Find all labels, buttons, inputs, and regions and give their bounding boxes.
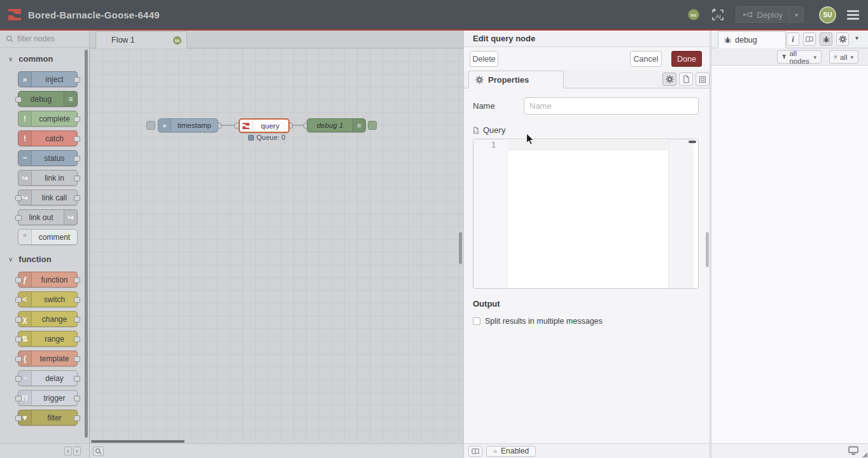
tab-debug[interactable]: debug	[718, 31, 786, 48]
vertical-scrollbar[interactable]	[459, 232, 462, 264]
palette-node-label: link call	[32, 190, 77, 205]
palette-node-complete[interactable]: !complete	[18, 111, 78, 127]
wire	[221, 125, 235, 126]
done-button[interactable]: Done	[671, 51, 702, 67]
palette-node-range[interactable]: ⇅range	[18, 331, 78, 347]
split-results-checkbox[interactable]	[473, 317, 480, 325]
tab-flow-1[interactable]: Flow 1 su	[95, 31, 187, 48]
expand-view-button[interactable]	[696, 73, 710, 86]
palette-node-debug[interactable]: ≡debug	[18, 91, 78, 107]
chevron-down-icon[interactable]: ▾	[790, 11, 803, 18]
debug-filter-dropdown[interactable]: all nodes ▾	[777, 50, 822, 64]
palette-node-status[interactable]: ~status	[18, 150, 78, 166]
node-enabled-toggle[interactable]: ○ Enabled	[486, 446, 536, 457]
palette-node-label: range	[32, 331, 77, 346]
node-help-button[interactable]	[468, 446, 482, 457]
palette-node-label: change	[32, 312, 77, 326]
collapse-categories-button[interactable]: ∧	[64, 447, 72, 455]
tray-scrollbar[interactable]	[706, 232, 709, 267]
palette-category-common[interactable]: ∨common	[0, 48, 89, 71]
palette-node-catch[interactable]: !catch	[18, 130, 78, 146]
complete-icon: !	[18, 111, 32, 126]
palette-search-input[interactable]	[17, 34, 81, 43]
debug-clear-dropdown[interactable]: all ▾	[829, 50, 858, 64]
info-icon: i	[792, 34, 794, 45]
description-view-button[interactable]	[679, 73, 693, 86]
node-debug-1[interactable]: debug 1 ≡	[307, 118, 366, 132]
palette-node-inject[interactable]: »inject	[18, 71, 78, 87]
flow-canvas[interactable]: » timestamp query Queue: 0 debug 1 ≡	[90, 48, 463, 440]
open-debug-window-button[interactable]	[848, 446, 858, 458]
node-input-port	[15, 215, 22, 221]
chevron-down-icon: ∨	[8, 256, 13, 263]
info-sidebar-button[interactable]: i	[787, 32, 799, 46]
status-dot-icon	[248, 135, 254, 141]
help-sidebar-button[interactable]	[803, 32, 816, 46]
ai-assistant-icon[interactable]: AI	[709, 6, 725, 23]
tab-properties[interactable]: Properties	[468, 71, 564, 88]
gear-icon	[666, 75, 674, 83]
palette-category-function[interactable]: ∨function	[0, 249, 89, 272]
node-input-port	[15, 415, 22, 421]
palette-node-trigger[interactable]: ⊓trigger	[18, 390, 78, 406]
delete-button[interactable]: Delete	[470, 51, 498, 67]
palette-node-change[interactable]: χchange	[18, 311, 78, 327]
debug-sidebar-button[interactable]	[820, 32, 832, 46]
enabled-label: Enabled	[501, 447, 529, 455]
palette-node-label: function	[32, 272, 77, 287]
palette-node-comment[interactable]: “comment	[18, 229, 78, 245]
node-output-port	[74, 156, 80, 162]
palette-node-link-out[interactable]: ↪link out	[18, 209, 78, 225]
name-field[interactable]	[524, 97, 699, 114]
split-results-label: Split results in multiple messages	[485, 317, 603, 326]
book-icon	[806, 36, 813, 43]
main-menu-icon[interactable]	[847, 10, 859, 20]
node-output-port	[74, 176, 80, 181]
status-text: Queue: 0	[256, 134, 285, 141]
sidebar-menu-caret[interactable]: ▾	[855, 34, 858, 41]
tray-toolbar: Delete Cancel Done	[464, 47, 710, 70]
node-query-selected[interactable]: query	[239, 118, 290, 133]
node-palette: ∨common»inject≡debug!complete!catch~stat…	[0, 31, 90, 458]
sidebar-footer	[711, 443, 868, 458]
book-icon	[472, 448, 479, 455]
workspace: Flow 1 su » timestamp query	[90, 31, 463, 458]
palette-search[interactable]	[0, 31, 89, 48]
palette-node-template[interactable]: {template	[18, 350, 78, 366]
node-output-port	[74, 77, 80, 83]
expand-categories-button[interactable]: ∨	[73, 447, 81, 455]
editor-scrollbar[interactable]	[689, 141, 696, 143]
palette-footer: ∧ ∨	[0, 443, 89, 458]
sidebar-tabbar: debug i ▾	[711, 31, 868, 48]
palette-node-label: link out	[18, 210, 64, 225]
config-sidebar-button[interactable]	[836, 32, 849, 46]
deploy-button[interactable]: Deploy ▾	[736, 6, 804, 23]
node-input-port	[15, 297, 22, 303]
node-inject-timestamp[interactable]: » timestamp	[158, 118, 218, 132]
palette-node-function[interactable]: ƒfunction	[18, 272, 78, 288]
properties-view-button[interactable]	[662, 73, 676, 86]
palette-node-link-call[interactable]: ↪link call	[18, 190, 78, 205]
palette-scrollbar[interactable]	[85, 50, 88, 438]
canvas-search-button[interactable]	[93, 447, 104, 456]
tray-header: Edit query node	[464, 31, 710, 47]
resize-grip[interactable]	[862, 452, 867, 457]
node-input-port	[15, 396, 22, 401]
palette-node-delay[interactable]: ◔delay	[18, 370, 78, 386]
gear-icon	[475, 76, 484, 84]
query-code-editor[interactable]: 1	[473, 139, 699, 289]
flow-tab-label: Flow 1	[111, 36, 135, 45]
palette-node-link-in[interactable]: ↪link in	[18, 170, 78, 186]
debug-toggle-button[interactable]	[368, 121, 377, 130]
palette-node-switch[interactable]: <switch	[18, 291, 78, 307]
cancel-button[interactable]: Cancel	[630, 51, 662, 67]
inject-trigger-button[interactable]	[146, 121, 155, 130]
palette-node-filter[interactable]: ▼filter	[18, 410, 78, 426]
node-input-port	[15, 277, 22, 283]
gear-icon	[839, 35, 847, 43]
user-avatar[interactable]: SU	[819, 6, 836, 24]
collaborator-avatar[interactable]: su	[688, 9, 699, 20]
horizontal-scrollbar[interactable]	[91, 440, 185, 443]
catch-icon: !	[18, 131, 32, 146]
bug-icon	[823, 36, 830, 43]
